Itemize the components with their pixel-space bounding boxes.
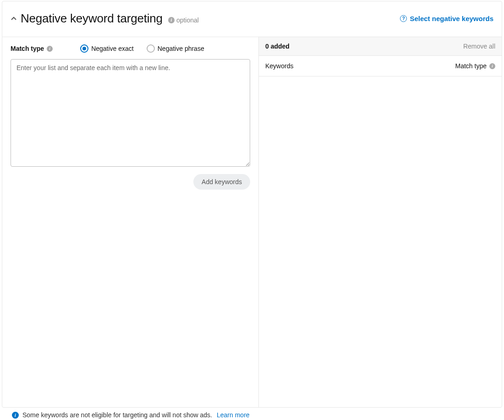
panel-body: Match type i Negative exact Negative phr… [2, 37, 502, 407]
negative-keyword-panel: Negative keyword targeting i optional ? … [2, 1, 502, 408]
radio-negative-phrase[interactable]: Negative phrase [147, 44, 204, 53]
column-match-type: Match type i [455, 62, 495, 70]
optional-badge: i optional [168, 16, 199, 24]
radio-negative-phrase-label: Negative phrase [158, 45, 204, 52]
help-icon: ? [400, 15, 407, 22]
keyword-list-input[interactable] [11, 59, 250, 167]
select-negative-keywords-label: Select negative keywords [410, 15, 493, 22]
info-icon[interactable]: i [47, 46, 53, 52]
right-column-header: 0 added Remove all [259, 37, 502, 56]
match-type-row: Match type i Negative exact Negative phr… [11, 44, 250, 53]
remove-all-link[interactable]: Remove all [463, 43, 495, 50]
match-type-label: Match type i [11, 45, 53, 52]
radio-circle-icon [147, 44, 155, 53]
radio-negative-exact-label: Negative exact [91, 45, 134, 52]
chevron-up-icon[interactable] [11, 16, 17, 22]
radio-negative-exact[interactable]: Negative exact [80, 44, 134, 53]
added-count: 0 added [265, 43, 290, 50]
panel-title: Negative keyword targeting [21, 11, 163, 26]
learn-more-link[interactable]: Learn more [217, 411, 250, 419]
column-keywords: Keywords [265, 62, 293, 70]
panel-header-left: Negative keyword targeting i optional [11, 11, 199, 26]
select-negative-keywords-link[interactable]: ? Select negative keywords [400, 15, 493, 22]
info-icon[interactable]: i [168, 17, 175, 23]
left-column: Match type i Negative exact Negative phr… [2, 37, 259, 407]
right-column: 0 added Remove all Keywords Match type i [259, 37, 502, 407]
optional-label: optional [176, 16, 199, 24]
keyword-table-header: Keywords Match type i [259, 56, 502, 76]
info-icon[interactable]: i [489, 63, 495, 69]
add-keywords-button[interactable]: Add keywords [193, 174, 250, 190]
info-icon: i [12, 412, 19, 419]
radio-circle-icon [80, 44, 88, 53]
add-button-row: Add keywords [11, 174, 250, 190]
footer-note: i Some keywords are not eligible for tar… [2, 408, 502, 419]
panel-header: Negative keyword targeting i optional ? … [2, 1, 502, 37]
footer-note-text: Some keywords are not eligible for targe… [22, 411, 212, 419]
